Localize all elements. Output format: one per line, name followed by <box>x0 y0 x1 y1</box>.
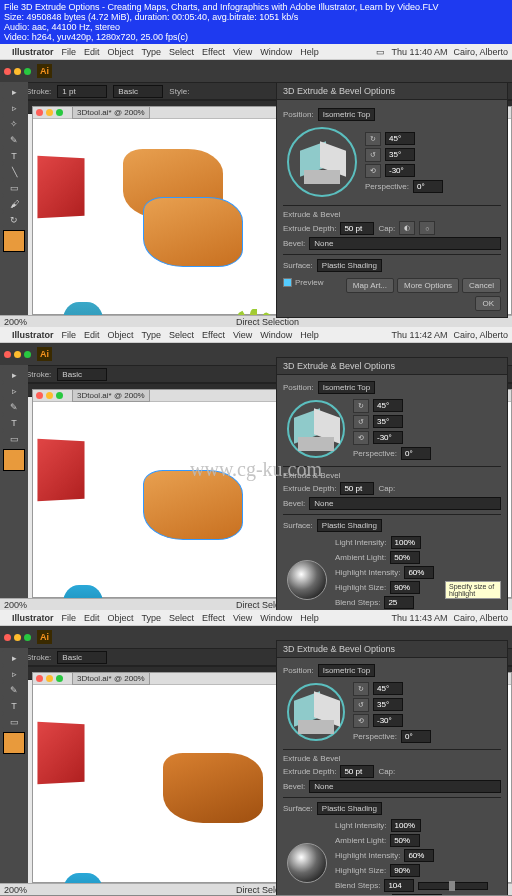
zoom-level[interactable]: 200% <box>4 885 27 895</box>
object-menu[interactable]: Object <box>108 47 134 57</box>
brush-preset[interactable]: Basic <box>57 651 107 664</box>
red-shape[interactable] <box>37 722 84 785</box>
z-axis-icon[interactable]: ⟲ <box>365 164 381 178</box>
app-menu[interactable]: Illustrator <box>12 613 54 623</box>
surface-select[interactable]: Plastic Shading <box>317 259 382 272</box>
highlight-int-input[interactable]: 60% <box>404 849 434 862</box>
light-sphere[interactable] <box>287 843 327 883</box>
brush-tool-icon[interactable]: 🖌 <box>2 196 26 211</box>
bevel-select[interactable]: None <box>309 237 501 250</box>
surface-select[interactable]: Plastic Shading <box>317 519 382 532</box>
position-select[interactable]: Isometric Top <box>318 381 375 394</box>
view-menu[interactable]: View <box>233 47 252 57</box>
type-tool-icon[interactable]: T <box>2 148 26 163</box>
doc-close-icon[interactable] <box>36 392 43 399</box>
orientation-cube[interactable] <box>287 683 345 741</box>
pen-tool-icon[interactable]: ✎ <box>2 682 26 697</box>
x-angle-input[interactable]: 45° <box>373 682 403 695</box>
doc-min-icon[interactable] <box>46 392 53 399</box>
bevel-select[interactable]: None <box>309 497 501 510</box>
select-menu[interactable]: Select <box>169 47 194 57</box>
shading-color-select[interactable]: Black <box>392 894 442 895</box>
window-controls[interactable] <box>4 68 31 75</box>
y-axis-icon[interactable]: ↺ <box>353 415 369 429</box>
position-select[interactable]: Isometric Top <box>318 108 375 121</box>
help-menu[interactable]: Help <box>300 330 319 340</box>
orientation-cube[interactable] <box>287 400 345 458</box>
x-angle-input[interactable]: 45° <box>373 399 403 412</box>
cap-off-icon[interactable]: ○ <box>419 221 435 235</box>
highlight-size-input[interactable]: 90% <box>390 864 420 877</box>
direct-selection-tool-icon[interactable]: ▹ <box>2 100 26 115</box>
select-menu[interactable]: Select <box>169 330 194 340</box>
surface-select[interactable]: Plastic Shading <box>317 802 382 815</box>
ok-button[interactable]: OK <box>475 296 501 311</box>
highlight-int-input[interactable]: 60% <box>404 566 434 579</box>
selection-tool-icon[interactable]: ▸ <box>2 84 26 99</box>
doc-zoom-icon[interactable] <box>56 675 63 682</box>
doc-tab[interactable]: 3Dtool.ai* @ 200% <box>72 106 150 119</box>
orange-shape-selected[interactable] <box>143 470 243 540</box>
more-options-button[interactable]: More Options <box>397 278 459 293</box>
blend-steps-input[interactable]: 25 <box>384 596 414 609</box>
orientation-cube[interactable] <box>287 127 357 197</box>
app-menu[interactable]: Illustrator <box>12 330 54 340</box>
highlight-size-input[interactable]: 90% <box>390 581 420 594</box>
depth-input[interactable]: 50 pt <box>340 765 374 778</box>
edit-menu[interactable]: Edit <box>84 613 100 623</box>
doc-tab[interactable]: 3Dtool.ai* @ 200% <box>72 389 150 402</box>
type-tool-icon[interactable]: T <box>2 415 26 430</box>
doc-zoom-icon[interactable] <box>56 109 63 116</box>
user-name[interactable]: Cairo, Alberto <box>453 330 508 340</box>
z-angle-input[interactable]: -30° <box>373 714 403 727</box>
help-menu[interactable]: Help <box>300 613 319 623</box>
line-tool-icon[interactable]: ╲ <box>2 164 26 179</box>
effect-menu[interactable]: Effect <box>202 613 225 623</box>
help-menu[interactable]: Help <box>300 47 319 57</box>
stroke-weight[interactable]: 1 pt <box>57 85 107 98</box>
doc-close-icon[interactable] <box>36 675 43 682</box>
y-angle-input[interactable]: 35° <box>385 148 415 161</box>
position-select[interactable]: Isometric Top <box>318 664 375 677</box>
rect-tool-icon[interactable]: ▭ <box>2 714 26 729</box>
object-menu[interactable]: Object <box>108 330 134 340</box>
brush-preset[interactable]: Basic <box>57 368 107 381</box>
x-angle-input[interactable]: 45° <box>385 132 415 145</box>
window-menu[interactable]: Window <box>260 613 292 623</box>
fill-color-swatch[interactable] <box>3 230 25 252</box>
view-menu[interactable]: View <box>233 613 252 623</box>
file-menu[interactable]: File <box>62 47 77 57</box>
blend-slider[interactable] <box>418 882 488 890</box>
direct-selection-tool-icon[interactable]: ▹ <box>2 383 26 398</box>
cancel-button[interactable]: Cancel <box>462 278 501 293</box>
window-menu[interactable]: Window <box>260 47 292 57</box>
preview-checkbox[interactable] <box>283 278 292 287</box>
window-controls[interactable] <box>4 634 31 641</box>
depth-input[interactable]: 50 pt <box>340 482 374 495</box>
pen-tool-icon[interactable]: ✎ <box>2 132 26 147</box>
z-axis-icon[interactable]: ⟲ <box>353 714 369 728</box>
doc-min-icon[interactable] <box>46 109 53 116</box>
depth-input[interactable]: 50 pt <box>340 222 374 235</box>
fill-color-swatch[interactable] <box>3 732 25 754</box>
map-art-button[interactable]: Map Art... <box>346 278 394 293</box>
red-shape[interactable] <box>37 156 84 219</box>
zoom-level[interactable]: 200% <box>4 600 27 610</box>
doc-min-icon[interactable] <box>46 675 53 682</box>
pen-tool-icon[interactable]: ✎ <box>2 399 26 414</box>
orange-shape-selected[interactable] <box>163 753 263 823</box>
z-axis-icon[interactable]: ⟲ <box>353 431 369 445</box>
type-menu[interactable]: Type <box>142 613 162 623</box>
select-menu[interactable]: Select <box>169 613 194 623</box>
type-menu[interactable]: Type <box>142 47 162 57</box>
perspective-input[interactable]: 0° <box>401 730 431 743</box>
light-intensity-input[interactable]: 100% <box>391 536 421 549</box>
blend-steps-input[interactable]: 104 <box>384 879 414 892</box>
rect-tool-icon[interactable]: ▭ <box>2 180 26 195</box>
edit-menu[interactable]: Edit <box>84 47 100 57</box>
user-name[interactable]: Cairo, Alberto <box>453 47 508 57</box>
perspective-input[interactable]: 0° <box>413 180 443 193</box>
rotate-tool-icon[interactable]: ↻ <box>2 212 26 227</box>
cap-on-icon[interactable]: ◐ <box>399 221 415 235</box>
type-tool-icon[interactable]: T <box>2 698 26 713</box>
